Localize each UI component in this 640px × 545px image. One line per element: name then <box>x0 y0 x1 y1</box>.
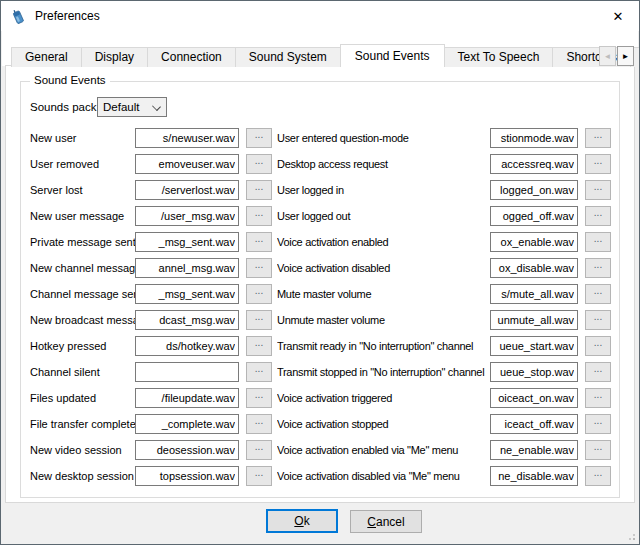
browse-button[interactable]: ... <box>246 336 272 356</box>
browse-button[interactable]: ... <box>246 414 272 434</box>
tab-general[interactable]: General <box>11 47 82 67</box>
browse-button[interactable]: ... <box>585 284 611 304</box>
browse-button[interactable]: ... <box>585 414 611 434</box>
sound-event-row: Unmute master volume... <box>277 307 619 333</box>
sound-file-input[interactable] <box>490 258 578 278</box>
tab-scroll-right-icon[interactable]: ► <box>617 46 634 66</box>
sound-file-input[interactable] <box>135 284 239 304</box>
sound-file-input[interactable] <box>490 414 578 434</box>
browse-button[interactable]: ... <box>246 388 272 408</box>
sound-event-row: Private message sent... <box>30 229 277 255</box>
sound-event-label: Mute master volume <box>277 288 490 300</box>
browse-button[interactable]: ... <box>585 258 611 278</box>
sound-event-label: Voice activation disabled <box>277 262 490 274</box>
sound-file-input[interactable] <box>135 440 239 460</box>
browse-button[interactable]: ... <box>585 232 611 252</box>
sound-event-row: Mute master volume... <box>277 281 619 307</box>
sound-file-input[interactable] <box>490 206 578 226</box>
ok-button[interactable]: Ok <box>266 509 338 533</box>
tab-sound-system[interactable]: Sound System <box>235 47 341 67</box>
sound-event-row: Channel silent... <box>30 359 277 385</box>
browse-button[interactable]: ... <box>585 206 611 226</box>
sound-event-label: New user <box>30 132 135 144</box>
window-title: Preferences <box>35 9 100 23</box>
sounds-pack-label: Sounds pack <box>30 101 97 113</box>
browse-button[interactable]: ... <box>246 154 272 174</box>
sound-event-row: File transfer complete... <box>30 411 277 437</box>
browse-button[interactable]: ... <box>246 128 272 148</box>
sound-event-label: Server lost <box>30 184 135 196</box>
browse-button[interactable]: ... <box>585 310 611 330</box>
sound-event-label: User logged in <box>277 184 490 196</box>
sound-file-input[interactable] <box>135 258 239 278</box>
browse-button[interactable]: ... <box>246 362 272 382</box>
sound-file-input[interactable] <box>490 466 578 486</box>
sound-file-input[interactable] <box>490 310 578 330</box>
sound-event-row: Files updated... <box>30 385 277 411</box>
sound-event-label: New desktop session <box>30 470 135 482</box>
browse-button[interactable]: ... <box>246 206 272 226</box>
browse-button[interactable]: ... <box>246 232 272 252</box>
sound-events-left-column: New user...User removed...Server lost...… <box>30 125 277 489</box>
tab-scroll-left-icon[interactable]: ◄ <box>599 46 616 66</box>
sound-file-input[interactable] <box>135 414 239 434</box>
tab-text-to-speech[interactable]: Text To Speech <box>444 47 554 67</box>
sound-event-label: Hotkey pressed <box>30 340 135 352</box>
sound-file-input[interactable] <box>135 336 239 356</box>
sound-file-input[interactable] <box>490 440 578 460</box>
close-button[interactable]: ✕ <box>597 1 639 31</box>
tab-display[interactable]: Display <box>81 47 148 67</box>
sound-file-input[interactable] <box>135 362 239 382</box>
tab-connection[interactable]: Connection <box>147 47 236 67</box>
sound-event-label: Channel silent <box>30 366 135 378</box>
sound-file-input[interactable] <box>135 154 239 174</box>
chevron-down-icon <box>152 102 161 111</box>
resize-grip-icon[interactable] <box>625 530 636 541</box>
browse-button[interactable]: ... <box>246 258 272 278</box>
sound-file-input[interactable] <box>490 362 578 382</box>
tab-sound-events[interactable]: Sound Events <box>340 44 445 67</box>
sound-file-input[interactable] <box>490 388 578 408</box>
cancel-button[interactable]: Cancel <box>350 510 422 533</box>
browse-button[interactable]: ... <box>246 180 272 200</box>
browse-button[interactable]: ... <box>585 388 611 408</box>
browse-button[interactable]: ... <box>246 440 272 460</box>
sound-file-input[interactable] <box>135 128 239 148</box>
sound-event-row: Desktop access request... <box>277 151 619 177</box>
sound-file-input[interactable] <box>490 128 578 148</box>
sound-file-input[interactable] <box>490 180 578 200</box>
browse-button[interactable]: ... <box>585 180 611 200</box>
browse-button[interactable]: ... <box>585 466 611 486</box>
browse-button[interactable]: ... <box>246 310 272 330</box>
browse-button[interactable]: ... <box>585 154 611 174</box>
sound-file-input[interactable] <box>490 336 578 356</box>
sound-event-row: Transmit ready in "No interruption" chan… <box>277 333 619 359</box>
sound-file-input[interactable] <box>135 232 239 252</box>
sound-event-row: User logged out... <box>277 203 619 229</box>
sounds-pack-dropdown[interactable]: Default <box>97 97 167 117</box>
sound-file-input[interactable] <box>490 232 578 252</box>
sound-file-input[interactable] <box>135 388 239 408</box>
sound-event-row: New user message... <box>30 203 277 229</box>
sound-file-input[interactable] <box>135 310 239 330</box>
sound-file-input[interactable] <box>135 466 239 486</box>
browse-button[interactable]: ... <box>585 336 611 356</box>
sound-file-input[interactable] <box>135 180 239 200</box>
preferences-dialog: Preferences ✕ GeneralDisplayConnectionSo… <box>0 0 640 545</box>
browse-button[interactable]: ... <box>246 284 272 304</box>
sound-event-label: Voice activation triggered <box>277 392 490 404</box>
browse-button[interactable]: ... <box>585 440 611 460</box>
sound-events-page: Sound Events Sounds pack Default New use… <box>5 65 635 503</box>
sound-file-input[interactable] <box>490 284 578 304</box>
sound-event-label: Transmit ready in "No interruption" chan… <box>277 340 490 352</box>
browse-button[interactable]: ... <box>246 466 272 486</box>
sounds-pack-row: Sounds pack Default <box>30 96 619 117</box>
browse-button[interactable]: ... <box>585 362 611 382</box>
sound-file-input[interactable] <box>490 154 578 174</box>
sound-events-groupbox: Sound Events Sounds pack Default New use… <box>20 81 620 498</box>
sound-event-label: New video session <box>30 444 135 456</box>
sound-event-row: Voice activation disabled... <box>277 255 619 281</box>
sound-file-input[interactable] <box>135 206 239 226</box>
sound-event-label: New channel message <box>30 262 135 274</box>
browse-button[interactable]: ... <box>585 128 611 148</box>
